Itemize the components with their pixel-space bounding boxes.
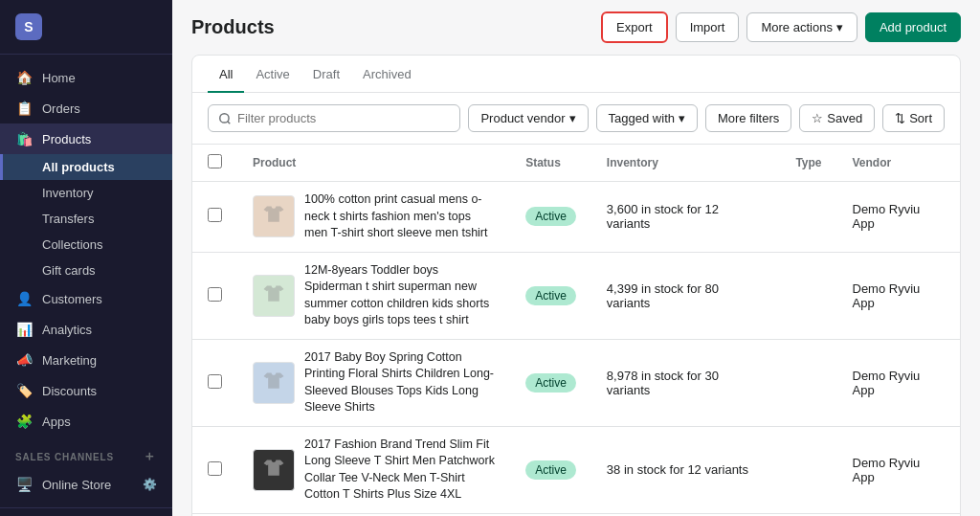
sort-button[interactable]: ⇅ Sort: [882, 104, 945, 132]
sidebar-item-online-store[interactable]: 🖥️ Online Store ⚙️: [0, 469, 172, 500]
sidebar: S 🏠 Home 📋 Orders 🛍️ Products All produc…: [0, 0, 172, 516]
search-wrapper: [208, 104, 460, 132]
product-name: 2017 Fashion Brand Trend Slim Fit Long S…: [304, 437, 495, 504]
sidebar-item-apps-label: Apps: [42, 415, 71, 429]
more-actions-button[interactable]: More actions ▾: [746, 12, 857, 42]
vendor-cell: Demo Ryviu App: [837, 339, 961, 426]
sidebar-sub-transfers[interactable]: Transfers: [0, 206, 172, 232]
status-cell: Active: [510, 426, 591, 513]
filter-bar: Product vendor ▾ Tagged with ▾ More filt…: [192, 93, 960, 145]
marketing-icon: 📣: [15, 352, 33, 368]
tab-draft[interactable]: Draft: [301, 56, 351, 93]
product-cell[interactable]: 100% cotton print casual mens o-neck t s…: [237, 182, 510, 253]
online-store-settings-icon[interactable]: ⚙️: [143, 478, 157, 491]
status-cell: Active: [510, 252, 591, 339]
all-products-label: All products: [42, 160, 115, 174]
chevron-down-icon: ▾: [679, 111, 685, 125]
sidebar-item-home[interactable]: 🏠 Home: [0, 62, 172, 93]
row-checkbox[interactable]: [208, 461, 222, 476]
top-bar-actions: Export Import More actions ▾ Add product: [601, 11, 961, 43]
sidebar-sub-collections[interactable]: Collections: [0, 232, 172, 258]
tab-all[interactable]: All: [208, 56, 244, 93]
table-row: 2017 Baby Boy Spring Cotton Printing Flo…: [192, 339, 960, 426]
product-name: 12M-8years Toddler boys Spiderman t shir…: [304, 262, 495, 329]
products-table: Product Status Inventory Type Vendor: [192, 145, 960, 516]
sidebar-item-marketing-label: Marketing: [42, 353, 97, 368]
tabs: All Active Draft Archived: [192, 56, 960, 93]
sidebar-sub-all-products[interactable]: All products: [0, 154, 172, 180]
type-column-header: Type: [780, 145, 836, 182]
select-all-header: [192, 145, 237, 182]
status-column-header: Status: [510, 145, 591, 182]
more-filters-button[interactable]: More filters: [705, 104, 791, 132]
search-icon: [218, 112, 232, 125]
tab-active[interactable]: Active: [244, 56, 301, 93]
chevron-down-icon: ▾: [569, 111, 576, 125]
product-cell[interactable]: 12M-8years Toddler boys Spiderman t shir…: [237, 252, 510, 339]
product-thumbnail: [253, 449, 295, 491]
top-bar: Products Export Import More actions ▾ Ad…: [172, 0, 980, 55]
row-checkbox-cell: [192, 252, 237, 339]
product-cell[interactable]: 2017 Baby Boy Spring Cotton Printing Flo…: [237, 339, 510, 426]
row-checkbox[interactable]: [208, 374, 222, 389]
sales-channels-label: SALES CHANNELS: [15, 452, 114, 462]
vendor-cell: Demo Ryviu App: [837, 426, 961, 513]
add-product-button[interactable]: Add product: [865, 12, 961, 42]
export-button[interactable]: Export: [601, 11, 668, 43]
products-card: All Active Draft Archived Product vendor…: [191, 55, 961, 516]
type-cell: [780, 182, 836, 253]
product-vendor-filter[interactable]: Product vendor ▾: [468, 104, 588, 132]
svg-point-0: [220, 113, 229, 122]
product-cell[interactable]: 2017 Fashion Brand Trend Slim Fit Long S…: [237, 426, 510, 513]
sidebar-sub-inventory[interactable]: Inventory: [0, 180, 172, 206]
status-badge: Active: [525, 460, 576, 480]
sidebar-nav: 🏠 Home 📋 Orders 🛍️ Products All products…: [0, 55, 172, 507]
search-input[interactable]: [237, 111, 450, 125]
inventory-cell: 8,978 in stock for 30 variants: [591, 339, 781, 426]
svg-line-1: [228, 121, 231, 123]
table-row: 2017 Fashion Brand Trend Slim Fit Long S…: [192, 426, 960, 513]
sidebar-item-discounts[interactable]: 🏷️ Discounts: [0, 375, 172, 406]
type-cell: [780, 252, 836, 339]
sidebar-item-products[interactable]: 🛍️ Products: [0, 123, 172, 154]
status-badge: Active: [525, 373, 576, 393]
sidebar-item-orders-label: Orders: [42, 101, 80, 116]
sidebar-item-analytics-label: Analytics: [42, 323, 92, 337]
saved-button[interactable]: ☆ Saved: [799, 104, 875, 132]
sidebar-item-customers[interactable]: 👤 Customers: [0, 283, 172, 314]
customers-icon: 👤: [15, 291, 33, 306]
sidebar-item-marketing[interactable]: 📣 Marketing: [0, 345, 172, 375]
collections-label: Collections: [42, 237, 103, 252]
sales-channels-section: SALES CHANNELS ＋: [0, 437, 172, 469]
product-thumbnail: [253, 275, 295, 317]
sidebar-item-analytics[interactable]: 📊 Analytics: [0, 314, 172, 345]
status-badge: Active: [525, 207, 576, 226]
sort-icon: ⇅: [895, 111, 905, 125]
inventory-cell: 4,399 in stock for 80 variants: [591, 252, 781, 339]
row-checkbox[interactable]: [208, 287, 222, 302]
product-name: 100% cotton print casual mens o-neck t s…: [304, 191, 495, 242]
star-icon: ☆: [812, 111, 823, 125]
sidebar-item-orders[interactable]: 📋 Orders: [0, 93, 172, 123]
inventory-column-header: Inventory: [591, 145, 781, 182]
product-thumbnail: [253, 362, 295, 404]
table-row: 100% cotton print casual mens o-neck t s…: [192, 182, 960, 253]
tagged-with-filter[interactable]: Tagged with ▾: [596, 104, 698, 132]
sidebar-sub-gift-cards[interactable]: Gift cards: [0, 258, 172, 283]
table-row: 12M-8years Toddler boys Spiderman t shir…: [192, 252, 960, 339]
row-checkbox-cell: [192, 426, 237, 513]
row-checkbox[interactable]: [208, 208, 222, 222]
sidebar-item-apps[interactable]: 🧩 Apps: [0, 406, 172, 437]
tab-archived[interactable]: Archived: [351, 56, 423, 93]
select-all-checkbox[interactable]: [208, 154, 222, 168]
sidebar-logo: S: [0, 0, 172, 55]
tshirt-icon: [260, 457, 287, 483]
vendor-cell: Demo Ryviu App: [837, 252, 961, 339]
discounts-icon: 🏷️: [15, 383, 33, 398]
online-store-label: Online Store: [42, 478, 111, 492]
status-cell: Active: [510, 182, 591, 253]
apps-icon: 🧩: [15, 414, 33, 429]
inventory-cell: 38 in stock for 12 variants: [591, 426, 781, 513]
add-sales-channel-icon[interactable]: ＋: [143, 448, 157, 465]
import-button[interactable]: Import: [676, 12, 740, 42]
